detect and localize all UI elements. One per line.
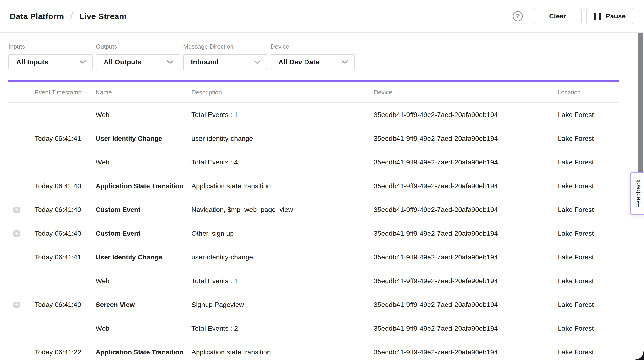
live-stream-table: Event Timestamp Name Description Device … [0, 82, 644, 360]
table-row[interactable]: + Today 06:41:40 Custom Event Other, sig… [0, 222, 644, 245]
row-timestamp: Today 06:41:22 [35, 348, 96, 356]
expand-row-button[interactable]: + [13, 302, 20, 308]
expand-row-button[interactable]: + [13, 207, 20, 213]
row-device: 35eddb41-9ff9-49e2-7aed-20afa90eb194 [374, 230, 558, 237]
row-timestamp: Today 06:41:40 [35, 230, 96, 237]
clear-button[interactable]: Clear [534, 8, 582, 24]
screen-corner [635, 351, 644, 360]
row-device: 35eddb41-9ff9-49e2-7aed-20afa90eb194 [374, 253, 558, 261]
row-description: user-identity-change [192, 253, 374, 261]
row-timestamp: Today 06:41:41 [35, 135, 96, 143]
pause-icon [594, 12, 601, 20]
filter-message-direction: Message Direction Inbound [183, 43, 268, 70]
row-name: Custom Event [96, 206, 192, 214]
device-select-value: All Dev Data [278, 58, 319, 66]
table-row[interactable]: Web Total Events : 2 35eddb41-9ff9-49e2-… [0, 317, 644, 340]
row-name: User Identity Change [96, 135, 192, 143]
row-name: Web [96, 159, 192, 166]
filter-device: Device All Dev Data [270, 43, 355, 70]
row-location: Lake Forest [558, 182, 619, 190]
column-device: Device [374, 89, 558, 96]
row-description: Navigation, $mp_web_page_view [192, 206, 374, 214]
table-row[interactable]: Web Total Events : 4 35eddb41-9ff9-49e2-… [0, 151, 644, 174]
row-name: Web [96, 111, 192, 119]
filter-bar: Inputs All Inputs Outputs All Outputs Me… [0, 33, 644, 70]
row-timestamp: Today 06:41:40 [35, 301, 96, 309]
row-location: Lake Forest [558, 230, 619, 237]
top-bar: Data Platform / Live Stream ? Clear Paus… [0, 0, 644, 33]
row-timestamp: Today 06:41:40 [35, 182, 96, 190]
row-description: Total Events : 4 [192, 159, 374, 166]
row-description: Signup Pageview [192, 301, 374, 309]
breadcrumb-separator: / [70, 11, 73, 21]
row-description: Total Events : 1 [192, 111, 374, 119]
filter-device-label: Device [270, 43, 355, 50]
row-name: Web [96, 277, 192, 285]
breadcrumb-page: Live Stream [79, 12, 126, 21]
row-expand-cell: + [0, 302, 35, 308]
outputs-select[interactable]: All Outputs [96, 54, 180, 70]
row-timestamp: Today 06:41:40 [35, 206, 96, 214]
row-location: Lake Forest [558, 348, 619, 356]
row-name: Application State Transition [96, 348, 192, 356]
row-description: Total Events : 2 [192, 325, 374, 332]
row-location: Lake Forest [558, 277, 619, 285]
row-timestamp: Today 06:41:41 [35, 253, 96, 261]
chevron-down-icon [79, 60, 86, 64]
table-row[interactable]: Today 06:41:40 Application State Transit… [0, 174, 644, 198]
pause-button-label: Pause [606, 12, 626, 20]
vertical-scrollbar-thumb[interactable] [638, 33, 643, 172]
column-event-timestamp: Event Timestamp [35, 89, 96, 96]
chevron-down-icon [341, 60, 348, 64]
row-device: 35eddb41-9ff9-49e2-7aed-20afa90eb194 [374, 159, 558, 166]
row-device: 35eddb41-9ff9-49e2-7aed-20afa90eb194 [374, 111, 558, 119]
row-name: Screen View [96, 301, 192, 309]
feedback-tab[interactable]: Feedback [630, 172, 644, 215]
message-direction-select[interactable]: Inbound [183, 54, 268, 70]
table-row[interactable]: Web Total Events : 1 35eddb41-9ff9-49e2-… [0, 269, 644, 293]
table-row[interactable]: Today 06:41:22 Application State Transit… [0, 340, 644, 360]
expand-row-button[interactable]: + [13, 230, 20, 237]
breadcrumb: Data Platform / Live Stream [10, 11, 126, 21]
table-row[interactable]: Today 06:41:41 User Identity Change user… [0, 127, 644, 151]
row-device: 35eddb41-9ff9-49e2-7aed-20afa90eb194 [374, 182, 558, 190]
row-device: 35eddb41-9ff9-49e2-7aed-20afa90eb194 [374, 301, 558, 309]
table-row[interactable]: Today 06:41:41 User Identity Change user… [0, 245, 644, 269]
outputs-select-value: All Outputs [104, 58, 142, 66]
table-row[interactable]: + Today 06:41:40 Custom Event Navigation… [0, 198, 644, 222]
row-name: Web [96, 325, 192, 332]
table-header: Event Timestamp Name Description Device … [0, 82, 644, 102]
feedback-tab-label: Feedback [634, 179, 642, 208]
filter-outputs-label: Outputs [96, 43, 180, 50]
row-device: 35eddb41-9ff9-49e2-7aed-20afa90eb194 [374, 135, 558, 143]
row-location: Lake Forest [558, 135, 619, 143]
inputs-select[interactable]: All Inputs [8, 54, 93, 70]
filter-outputs: Outputs All Outputs [96, 43, 180, 70]
chevron-down-icon [166, 60, 174, 64]
row-device: 35eddb41-9ff9-49e2-7aed-20afa90eb194 [374, 325, 558, 332]
row-expand-cell: + [0, 230, 35, 237]
inputs-select-value: All Inputs [16, 58, 48, 66]
column-name: Name [96, 89, 192, 96]
row-name: Application State Transition [96, 182, 192, 190]
chevron-down-icon [254, 60, 261, 64]
row-description: Total Events : 1 [192, 277, 374, 285]
row-expand-cell: + [0, 207, 35, 213]
pause-button[interactable]: Pause [586, 8, 633, 24]
table-row[interactable]: Web Total Events : 1 35eddb41-9ff9-49e2-… [0, 103, 644, 127]
row-description: Other, sign up [192, 230, 374, 237]
row-description: Application state transition [192, 182, 374, 190]
column-description: Description [192, 89, 374, 96]
column-location: Location [558, 89, 619, 96]
row-location: Lake Forest [558, 325, 619, 332]
row-location: Lake Forest [558, 253, 619, 261]
message-direction-select-value: Inbound [191, 58, 219, 66]
event-rows: Web Total Events : 1 35eddb41-9ff9-49e2-… [0, 103, 644, 360]
row-name: Custom Event [96, 230, 192, 237]
row-name: User Identity Change [96, 253, 192, 261]
device-select[interactable]: All Dev Data [270, 54, 355, 70]
help-icon[interactable]: ? [513, 11, 523, 21]
filter-inputs-label: Inputs [8, 43, 93, 50]
row-device: 35eddb41-9ff9-49e2-7aed-20afa90eb194 [374, 277, 558, 285]
table-row[interactable]: + Today 06:41:40 Screen View Signup Page… [0, 293, 644, 317]
